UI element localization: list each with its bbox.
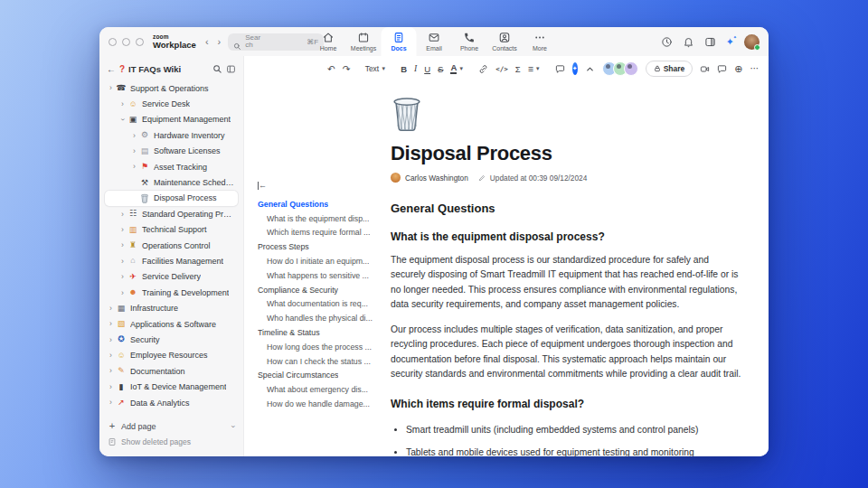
sidebar-item-asset-tracking[interactable]: ›⚑Asset Tracking [105,159,238,174]
chevron-right-icon[interactable]: › [118,211,127,219]
formula-button[interactable]: Σ [515,64,521,74]
sidebar-item-support-operations[interactable]: ›☎Support & Operations [105,80,238,96]
page-title[interactable]: Disposal Process [391,142,743,165]
add-page-button[interactable]: + Add page › [105,418,238,434]
toc-item[interactable]: How do I initiate an equipm... [258,254,382,268]
chevron-right-icon[interactable]: › [107,320,115,328]
code-button[interactable]: </> [495,65,508,73]
toc-item[interactable]: What happens to sensitive ... [258,268,382,283]
close-window-icon[interactable] [108,38,117,46]
sidebar-item-operations-control[interactable]: ›♜Operations Control [105,238,238,253]
sidebar-item-employee-resources[interactable]: ›☺Employee Resources [105,348,238,363]
collaborator-avatars[interactable] [602,61,638,76]
nav-item-more[interactable]: More [523,27,558,56]
chevron-right-icon[interactable]: › [118,289,127,297]
back-icon[interactable]: ‹ [205,37,209,47]
toc-section[interactable]: General Questions [258,197,382,211]
redo-icon[interactable]: ↷ [343,64,351,74]
chevron-right-icon[interactable]: › [130,132,138,140]
share-button[interactable]: Share [646,61,693,77]
sidebar-item-disposal-process[interactable]: Disposal Process [105,191,238,206]
maximize-window-icon[interactable] [136,38,144,46]
chevron-right-icon[interactable]: › [107,383,115,391]
notifications-bell-icon[interactable] [683,36,694,48]
chat-icon[interactable] [717,64,727,74]
side-panel-icon[interactable] [704,36,716,48]
bold-button[interactable]: B [401,64,407,74]
user-avatar[interactable] [744,34,760,50]
sidebar-item-infrastructure[interactable]: ›▦Infrastructure [105,300,238,315]
collapse-sidebar-icon[interactable] [226,64,236,74]
collaborator-avatar-3[interactable] [624,61,638,76]
nav-item-email[interactable]: Email [417,27,452,56]
sidebar-item-security[interactable]: ›✪Security [105,332,238,347]
chevron-right-icon[interactable]: › [118,226,127,234]
comment-icon[interactable] [555,64,565,74]
globe-icon[interactable]: ⊕ [734,64,742,74]
show-deleted-pages-button[interactable]: Show deleted pages [105,434,238,449]
chevron-down-icon[interactable]: › [118,116,127,124]
collapse-toc-icon[interactable]: ← [258,182,267,190]
toc-item[interactable]: What documentation is req... [258,297,382,312]
sidebar-item-service-delivery[interactable]: ›✈Service Delivery [105,269,238,285]
list-format-dropdown[interactable]: ≡▼ [528,64,541,74]
video-icon[interactable] [700,64,710,74]
doc-body[interactable]: General QuestionsWhat is the equipment d… [391,202,743,456]
ai-companion-icon[interactable]: ✦✦ [726,37,734,47]
sidebar-item-software-licenses[interactable]: ›▤Software Licenses [105,144,238,159]
nav-item-phone[interactable]: Phone [452,27,487,56]
sidebar-item-facilities-management[interactable]: ›⌂Facilities Management [105,253,238,268]
link-icon[interactable] [478,64,488,74]
sidebar-search-icon[interactable] [212,64,222,74]
chevron-right-icon[interactable]: › [107,352,115,360]
nav-item-docs[interactable]: Docs [382,27,417,56]
text-style-dropdown[interactable]: Text▼ [365,64,387,73]
ai-companion-button[interactable]: ✦ [572,62,578,75]
italic-button[interactable]: I [414,64,417,73]
strikethrough-button[interactable]: S [438,64,443,74]
sidebar-item-maintenance-schedules[interactable]: ⚒Maintenance Schedules [105,174,238,190]
toc-item[interactable]: What is the equipment disp... [258,211,382,226]
search-input[interactable]: Search ⌘F [228,33,324,51]
sidebar-item-iot-device-management[interactable]: ›▮IoT & Device Management [105,379,238,394]
chevron-right-icon[interactable]: › [107,399,115,407]
sidebar-item-data-analytics[interactable]: ›↗Data & Analytics [105,395,238,410]
underline-button[interactable]: U [424,64,430,74]
sidebar-item-hardware-inventory[interactable]: ›⚙Hardware Inventory [105,127,238,143]
toc-section[interactable]: Compliance & Security [258,283,382,297]
chevron-right-icon[interactable]: › [107,367,115,375]
chevron-right-icon[interactable]: › [118,273,127,281]
chevron-right-icon[interactable]: › [107,305,115,313]
toc-item[interactable]: How do we handle damage... [258,397,382,411]
chevron-right-icon[interactable]: › [118,258,127,266]
forward-icon[interactable]: › [218,37,222,47]
sidebar-item-applications-software[interactable]: ›▧Applications & Software [105,316,238,332]
sidebar-item-standard-operating-procedures[interactable]: ›☷Standard Operating Procedures [105,206,238,221]
sidebar-item-service-desk[interactable]: ›☺Service Desk [105,96,238,111]
sidebar-back-icon[interactable]: ← [107,65,116,74]
doc-content[interactable]: Disposal Process Carlos Washington Updat… [382,81,767,456]
chevron-right-icon[interactable]: › [118,241,127,249]
toc-item[interactable]: What about emergency dis... [258,382,382,397]
sidebar-item-equipment-management[interactable]: ›▣Equipment Management [105,112,238,127]
chevron-right-icon[interactable]: › [107,336,115,344]
toc-item[interactable]: Which items require formal ... [258,226,382,240]
toc-section[interactable]: Process Steps [258,239,382,254]
chevron-right-icon[interactable]: › [130,147,138,155]
nav-item-meetings[interactable]: Meetings [346,27,382,56]
toc-item[interactable]: Who handles the physical di... [258,311,382,325]
toc-item[interactable]: How can I check the status ... [258,354,382,369]
history-clock-icon[interactable] [661,36,673,48]
toc-section[interactable]: Special Circumstances [258,369,382,383]
more-options-icon[interactable]: ⋯ [750,64,760,73]
sidebar-item-documentation[interactable]: ›✎Documentation [105,363,238,379]
chevron-right-icon[interactable]: › [118,100,127,108]
nav-item-home[interactable]: Home [311,27,346,56]
minimize-window-icon[interactable] [122,38,130,46]
chevron-down-icon[interactable]: › [230,425,239,427]
toc-section[interactable]: Timeline & Status [258,325,382,340]
collapse-toolbar-icon[interactable] [585,64,595,74]
sidebar-item-training-development[interactable]: ›☻Training & Development [105,285,238,300]
text-color-dropdown[interactable]: A▼ [450,63,464,74]
chevron-right-icon[interactable]: › [107,84,115,92]
